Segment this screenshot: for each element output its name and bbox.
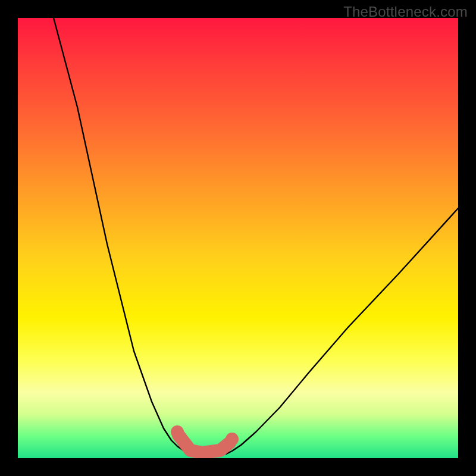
marker-endpoint-left (171, 425, 184, 439)
bottleneck-curve-right (226, 208, 458, 454)
trough-marker-line (178, 435, 230, 453)
bottleneck-curve-left (54, 18, 195, 454)
marker-endpoint-right (226, 433, 239, 446)
watermark-text: TheBottleneck.com (343, 4, 468, 20)
chart-svg (18, 18, 458, 458)
chart-frame (18, 18, 458, 458)
